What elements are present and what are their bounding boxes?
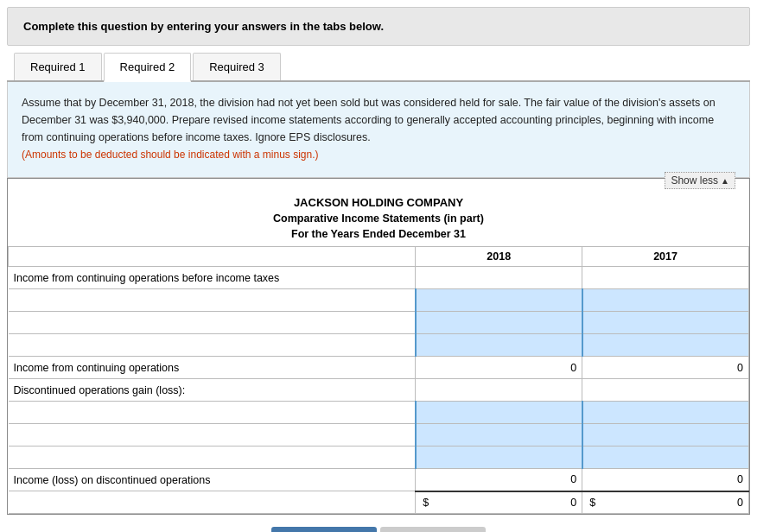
- input-2017-r3[interactable]: [590, 339, 743, 352]
- table-row: [9, 402, 749, 424]
- instruction-text: Complete this question by entering your …: [23, 20, 384, 33]
- input-2018-r8[interactable]: [423, 452, 576, 464]
- instruction-banner: Complete this question by entering your …: [7, 7, 750, 46]
- input-2017-r7[interactable]: [590, 429, 743, 441]
- table-row: Income (loss) on discontinued operations…: [9, 469, 749, 491]
- input-2017-r1[interactable]: [590, 294, 743, 307]
- table-row: [9, 289, 749, 312]
- tabs-container: Required 1 Required 2 Required 3: [7, 53, 750, 82]
- tab-required-1[interactable]: Required 1: [14, 53, 102, 80]
- col-2018-header: 2018: [487, 250, 511, 263]
- dollar-sign-2017: $: [589, 497, 595, 509]
- content-area: Assume that by December 31, 2018, the di…: [7, 82, 750, 178]
- input-2017-r2[interactable]: [590, 317, 743, 329]
- company-name: JACKSON HOLDING COMPANY: [12, 192, 746, 211]
- col-2017-header: 2017: [653, 250, 677, 263]
- table-container: JACKSON HOLDING COMPANY Comparative Inco…: [7, 178, 750, 515]
- table-row: [9, 446, 749, 469]
- input-2017-r8[interactable]: [590, 452, 743, 464]
- table-row: [9, 424, 749, 446]
- input-2018-r7[interactable]: [423, 429, 576, 441]
- input-2018-r2[interactable]: [423, 317, 576, 329]
- table-row: Income from continuing operations 0 0: [9, 357, 749, 379]
- table-row: $ 0 $ 0: [9, 491, 749, 514]
- input-2017-r6[interactable]: [590, 407, 743, 419]
- table-row: Discontinued operations gain (loss):: [9, 379, 749, 402]
- table-row: [9, 334, 749, 357]
- body-text: Assume that by December 31, 2018, the di…: [22, 97, 716, 143]
- note-text: (Amounts to be deducted should be indica…: [22, 146, 735, 163]
- input-2018-r6[interactable]: [423, 407, 576, 419]
- next-button[interactable]: Required 3 ›: [380, 527, 486, 532]
- table-row: Income from continuing operations before…: [9, 267, 749, 289]
- note-span: (Amounts to be deducted should be indica…: [22, 149, 319, 161]
- table-row: [9, 312, 749, 334]
- table-period: For the Years Ended December 31: [12, 226, 746, 244]
- table-subtitle: Comparative Income Statements (in part): [12, 211, 746, 226]
- tab-required-3[interactable]: Required 3: [193, 53, 281, 80]
- dollar-sign-2018: $: [423, 497, 429, 509]
- input-2018-r1[interactable]: [423, 294, 576, 307]
- income-table: JACKSON HOLDING COMPANY Comparative Inco…: [8, 189, 749, 514]
- prev-button[interactable]: ‹ Required 2: [271, 527, 377, 532]
- input-2018-r3[interactable]: [423, 339, 576, 352]
- show-less-button[interactable]: Show less: [665, 172, 735, 189]
- tab-required-2[interactable]: Required 2: [104, 53, 192, 82]
- nav-buttons: ‹ Required 2 Required 3 ›: [0, 515, 757, 532]
